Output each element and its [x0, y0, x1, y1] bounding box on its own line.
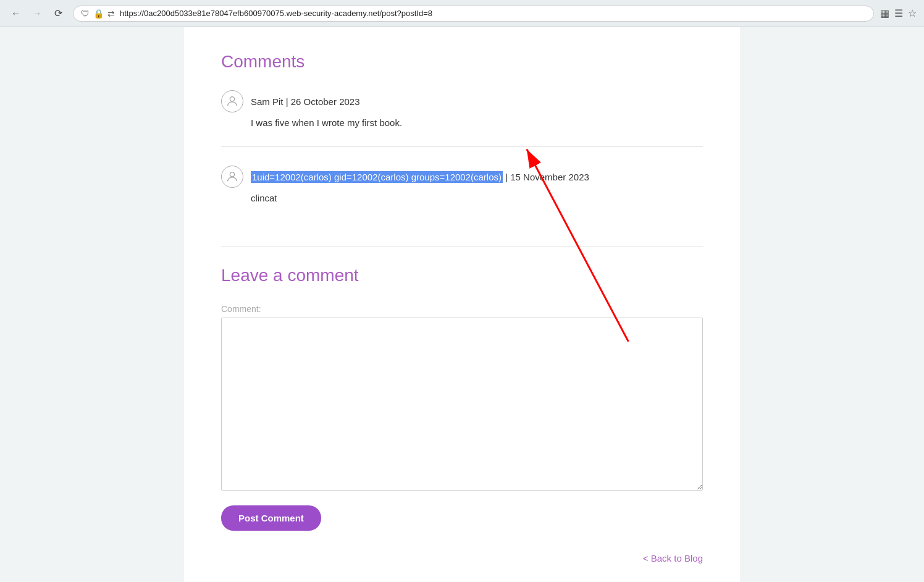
browser-right-icons: ▦ ☰ ☆ [880, 7, 917, 19]
address-bar-container: 🛡 🔒 ⇄ [73, 6, 874, 22]
comment-textarea[interactable] [221, 318, 703, 491]
avatar-2 [221, 166, 243, 188]
back-to-blog-link[interactable]: < Back to Blog [643, 553, 703, 563]
security-icons: 🛡 🔒 ⇄ [81, 9, 115, 19]
post-comment-button[interactable]: Post Comment [221, 505, 321, 531]
comment-header-1: Sam Pit | 26 October 2023 [221, 90, 703, 112]
forward-button[interactable]: → [28, 5, 46, 22]
reload-button[interactable]: ⟳ [49, 5, 67, 22]
lock-icon: 🔒 [93, 9, 104, 19]
comment-item-2: 1uid=12002(carlos) gid=12002(carlos) gro… [221, 166, 703, 222]
page-content: Comments Sam Pit | 26 October 2023 I was… [184, 27, 740, 582]
url-input[interactable] [120, 9, 866, 18]
comments-title: Comments [221, 52, 703, 72]
leave-comment-section: Leave a comment Comment: Post Comment [221, 266, 703, 531]
shield-icon: 🛡 [81, 9, 90, 19]
avatar-1 [221, 90, 243, 112]
comments-section: Comments Sam Pit | 26 October 2023 I was… [221, 52, 703, 222]
comment-header-2: 1uid=12002(carlos) gid=12002(carlos) gro… [221, 166, 703, 188]
section-divider [221, 247, 703, 247]
comment-author-date-2: 1uid=12002(carlos) gid=12002(carlos) gro… [251, 172, 589, 182]
leave-comment-title: Leave a comment [221, 266, 703, 285]
nav-buttons: ← → ⟳ [7, 5, 67, 22]
star-icon[interactable]: ☆ [908, 7, 917, 19]
svg-point-2 [230, 97, 234, 101]
network-icon: ⇄ [107, 9, 115, 19]
comment-item-1: Sam Pit | 26 October 2023 I was five whe… [221, 90, 703, 147]
menu-icon[interactable]: ☰ [894, 7, 903, 19]
highlighted-author: 1uid=12002(carlos) gid=12002(carlos) gro… [251, 171, 503, 183]
comment-body-2: clincat [251, 193, 703, 203]
comment-author-date-1: Sam Pit | 26 October 2023 [251, 96, 360, 107]
comment-body-1: I was five when I wrote my first book. [251, 117, 703, 128]
browser-chrome: ← → ⟳ 🛡 🔒 ⇄ ▦ ☰ ☆ [0, 0, 924, 27]
svg-point-3 [230, 172, 234, 177]
comment-field-label: Comment: [221, 304, 703, 314]
back-button[interactable]: ← [7, 5, 25, 22]
qr-icon[interactable]: ▦ [880, 7, 889, 19]
